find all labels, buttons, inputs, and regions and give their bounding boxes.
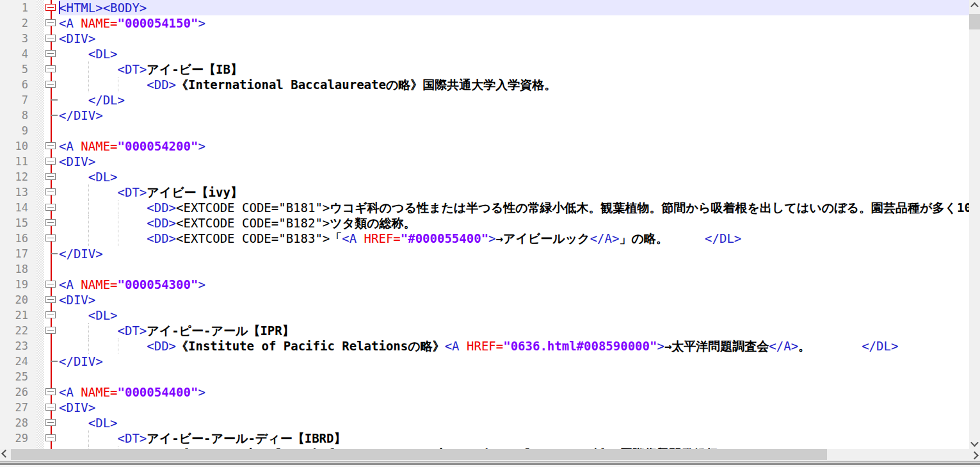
line-number: 14 [0,200,36,215]
code-line[interactable]: 8</DIV> [0,108,969,123]
fold-collapse-button[interactable] [45,142,56,149]
bookmark-margin [36,277,44,292]
code-line[interactable]: 17</DIV> [0,246,969,261]
code-line[interactable]: 15 <DD><EXTCODE CODE="B182">ツタ類の総称。 [0,215,969,231]
code-segment [59,231,147,245]
code-segment: ウコギ科のつる性または半つる性の常緑小低木。観葉植物。節間から吸着根を出してはい… [330,201,969,215]
fold-collapse-button[interactable] [45,234,56,242]
vertical-scrollbar[interactable] [969,0,980,449]
fold-collapse-button[interactable] [45,65,56,72]
fold-collapse-button[interactable] [45,204,56,211]
indent-guide [118,77,118,92]
code-line[interactable]: 24</DIV> [0,354,969,369]
fold-end-tick [51,115,58,116]
code-line[interactable]: 25 [0,369,969,384]
code-line[interactable]: 20<DIV> [0,292,969,307]
code-line[interactable]: 11<DIV> [0,154,969,169]
fold-collapse-button[interactable] [45,50,56,57]
fold-collapse-button[interactable] [45,4,56,11]
code-line[interactable]: 28 <DL> [0,415,969,430]
code-line[interactable]: 7 </DL> [0,92,969,108]
fold-collapse-button[interactable] [45,419,56,426]
indent-guide [118,215,118,231]
horizontal-scrollbar[interactable] [0,449,980,460]
code-line[interactable]: 6 <DD>《International Baccalaureateの略》国際共… [0,77,969,92]
fold-collapse-button[interactable] [45,311,56,318]
code-segment: > [198,277,205,291]
fold-collapse-button[interactable] [45,388,56,395]
code-line[interactable]: 14 <DD><EXTCODE CODE="B181">ウコギ科のつる性または半… [0,200,969,215]
indent-guide [118,338,118,354]
fold-collapse-button[interactable] [45,158,56,165]
code-line[interactable]: 18 [0,261,969,277]
code-text: <DT>アイ-ビー-アール-ディー【IBRD】 [59,430,969,446]
fold-collapse-button[interactable] [45,296,56,303]
code-segment: "000054150" [118,16,198,30]
code-segment: アイ-ビー【IB】 [147,62,243,76]
fold-margin [44,246,59,261]
bookmark-margin [36,138,44,154]
line-number: 3 [0,31,36,46]
scroll-up-button[interactable] [969,0,980,11]
line-number: 25 [0,369,36,384]
fold-margin [44,200,59,215]
bookmark-margin [36,200,44,215]
code-line[interactable]: 26<A NAME="000054400"> [0,384,969,400]
code-line[interactable]: 1<HTML><BODY> [0,0,969,15]
vertical-scrollbar-thumb[interactable] [969,14,980,29]
scroll-right-button[interactable] [969,449,980,460]
scroll-left-button[interactable] [0,449,11,460]
code-segment: <DL> [88,47,118,61]
code-segment: <EXTCODE CODE="B181"> [176,201,330,215]
fold-end-tick [51,253,58,254]
scroll-down-button[interactable] [969,438,980,449]
fold-collapse-button[interactable] [45,35,56,42]
code-line[interactable]: 21 <DL> [0,307,969,323]
fold-margin [44,338,59,354]
fold-collapse-button[interactable] [45,281,56,288]
code-segment: ツタ類の総称。 [330,216,415,230]
horizontal-scrollbar-thumb[interactable] [11,449,827,460]
bookmark-margin [36,215,44,231]
bookmark-margin [36,154,44,169]
code-line[interactable]: 16 <DD><EXTCODE CODE="B183">「<A HREF="#0… [0,231,969,246]
fold-collapse-button[interactable] [45,188,56,195]
fold-collapse-button[interactable] [45,173,56,180]
fold-guide-line [51,123,52,138]
bookmark-margin [36,415,44,430]
code-line[interactable]: 23 <DD>《Institute of Pacific Relationsの略… [0,338,969,354]
fold-collapse-button[interactable] [45,434,56,441]
line-number: 20 [0,292,36,307]
code-line[interactable]: 2<A NAME="000054150"> [0,15,969,31]
bookmark-margin [36,92,44,108]
code-line[interactable]: 9 [0,123,969,138]
code-segment: </A> [769,339,798,353]
code-line[interactable]: 27<DIV> [0,400,969,415]
fold-collapse-button[interactable] [45,404,56,411]
code-line[interactable]: 19<A NAME="000054300"> [0,277,969,292]
code-segment: > [198,139,205,153]
code-line[interactable]: 12 <DL> [0,169,969,184]
code-editor[interactable]: 1<HTML><BODY>2<A NAME="000054150">3<DIV>… [0,0,969,449]
code-text: <DD>《Institute of Pacific Relationsの略》<A… [59,338,969,354]
bookmark-margin [36,15,44,31]
code-line[interactable]: 10<A NAME="000054200"> [0,138,969,154]
fold-margin [44,77,59,92]
code-line[interactable]: 13 <DT>アイビー【ivy】 [0,184,969,200]
fold-collapse-button[interactable] [45,81,56,88]
code-line[interactable]: 22 <DT>アイ-ピー-アール【IPR】 [0,323,969,338]
code-line[interactable]: 29 <DT>アイ-ビー-アール-ディー【IBRD】 [0,430,969,446]
code-line[interactable]: 4 <DL> [0,46,969,61]
fold-collapse-button[interactable] [45,19,56,26]
fold-collapse-button[interactable] [45,327,56,334]
line-number: 24 [0,354,36,369]
fold-collapse-button[interactable] [45,219,56,226]
line-number: 2 [0,15,36,31]
line-number: 28 [0,415,36,430]
code-line[interactable]: 3<DIV> [0,31,969,46]
code-line[interactable]: 5 <DT>アイ-ビー【IB】 [0,61,969,77]
code-segment: > [657,339,664,353]
code-segment: 。 [798,339,862,353]
code-text: <DIV> [59,292,969,307]
chevron-left-icon [1,450,10,458]
